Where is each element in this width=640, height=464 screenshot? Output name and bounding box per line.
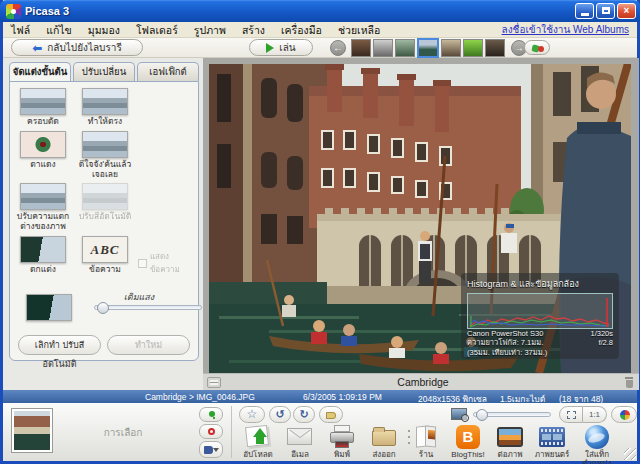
- text-button[interactable]: ABC ข้อความ: [74, 236, 136, 275]
- rotate-ccw-button[interactable]: ↺: [269, 406, 291, 423]
- clear-selection-button[interactable]: [199, 424, 223, 439]
- picasa-logo-icon: [6, 4, 21, 19]
- menu-file[interactable]: ไฟล์: [3, 22, 38, 38]
- play-button[interactable]: เล่น: [249, 39, 313, 56]
- tag-icon: [326, 412, 336, 419]
- close-button[interactable]: ×: [617, 3, 636, 19]
- resize-grip[interactable]: [624, 448, 636, 460]
- picasa-window: Picasa 3 × ไฟล์ แก้ไข มุมมอง โฟลเดอร์ รู…: [0, 0, 640, 464]
- email-button[interactable]: อีเมล: [279, 424, 321, 460]
- tab-effects[interactable]: เอฟเฟ็กต์: [137, 62, 199, 81]
- blogger-icon: B: [454, 424, 482, 450]
- selection-thumbnail[interactable]: [11, 408, 53, 453]
- print-icon: [328, 424, 356, 450]
- color-wheel-button[interactable]: [611, 406, 637, 423]
- zoom-preview-icon[interactable]: [451, 408, 467, 420]
- histogram-title: Histogram & และข้อมูลกล้อง: [467, 277, 613, 291]
- straighten-button[interactable]: ทำให้ตรง: [74, 88, 136, 127]
- filmstrip-thumbnail[interactable]: [441, 39, 461, 57]
- crop-button[interactable]: ครอบตัด: [12, 88, 74, 127]
- blogthis-button[interactable]: B BlogThis!: [447, 424, 489, 460]
- fit-icon: [567, 411, 576, 419]
- fit-to-screen-button[interactable]: [559, 406, 583, 423]
- menu-edit[interactable]: แก้ไข: [38, 22, 80, 38]
- window-title: Picasa 3: [25, 5, 573, 17]
- email-icon: [286, 424, 314, 450]
- histogram-chart: [467, 293, 613, 329]
- filmstrip-thumbnail[interactable]: [463, 39, 483, 57]
- photos-button[interactable]: [524, 40, 550, 55]
- web-albums-signin-link[interactable]: ลงชื่อเข้าใช้งาน Web Albums: [502, 22, 637, 37]
- caption-options-icon[interactable]: [207, 377, 221, 388]
- filmstrip-thumbnail[interactable]: [373, 39, 393, 57]
- tag-button[interactable]: [319, 406, 343, 423]
- text-icon: ABC: [82, 236, 128, 263]
- chevron-down-icon: [213, 448, 219, 452]
- filmstrip-thumbnail[interactable]: [351, 39, 371, 57]
- selection-label: การเลือก: [73, 425, 173, 440]
- action-buttons: อัปโหลด อีเมล พิมพ์ ส่งออก ร้าน B BlogTh…: [237, 424, 633, 464]
- back-to-library-button[interactable]: ⬅ กลับไปยังไลบรารี: [11, 39, 143, 56]
- fill-light-slider[interactable]: [94, 305, 202, 310]
- undo-button[interactable]: เลิกทำ ปรับสีอัตโนมัติ: [18, 335, 101, 355]
- menu-help[interactable]: ช่วยเหลือ: [330, 22, 388, 38]
- camera-model: Canon PowerShot S30: [467, 329, 543, 338]
- redeye-button[interactable]: ตาแดง: [12, 131, 74, 180]
- menu-create[interactable]: สร้าง: [234, 22, 273, 38]
- divider: [231, 406, 232, 458]
- basic-fixes-panel: ครอบตัด ทำให้ตรง ตาแดง ดีใจจัง'ค้นแล้วเจ…: [9, 81, 199, 361]
- retouch-button[interactable]: ตกแต่ง: [12, 236, 74, 275]
- tab-basic-fixes[interactable]: จัดแต่งขั้นต้น: [9, 62, 71, 82]
- fill-light-slider-thumb[interactable]: [97, 302, 109, 314]
- tab-tuning[interactable]: ปรับเปลี่ยนภาพ: [73, 62, 135, 81]
- photo-cambridge[interactable]: Histogram & และข้อมูลกล้อง Canon PowerSh…: [209, 64, 631, 373]
- filmstrip-prev-button[interactable]: ←: [330, 40, 346, 56]
- zoom-slider[interactable]: [473, 412, 551, 417]
- upload-button[interactable]: อัปโหลด: [237, 424, 279, 460]
- auto-color-icon: [82, 183, 128, 210]
- menu-view[interactable]: มุมมอง: [80, 22, 128, 38]
- im-feeling-lucky-button[interactable]: ดีใจจัง'ค้นแล้วเจอเลย: [74, 131, 136, 180]
- print-button[interactable]: พิมพ์: [321, 424, 363, 460]
- filmstrip-thumbnail-selected[interactable]: [417, 38, 439, 58]
- menu-folder[interactable]: โฟลเดอร์: [128, 22, 186, 38]
- auto-color-button: ปรับสีอัตโนมัติ: [74, 183, 136, 232]
- zoom-mode-buttons: 1:1: [559, 406, 607, 423]
- back-arrow-icon: ⬅: [32, 43, 42, 53]
- filmstrip-thumbnail[interactable]: [485, 39, 505, 57]
- photo-viewer: Histogram & และข้อมูลกล้อง Canon PowerSh…: [203, 58, 639, 390]
- straighten-icon: [82, 88, 128, 115]
- status-bar: Cambridge > IMG_0046.JPG 6/3/2005 1:09:1…: [3, 390, 637, 403]
- caption-bar: [203, 373, 639, 390]
- auto-contrast-button[interactable]: ปรับความแตกต่างของภาพ: [12, 183, 74, 232]
- status-path: Cambridge > IMG_0046.JPG: [145, 392, 255, 402]
- export-button[interactable]: ส่งออก: [363, 424, 405, 460]
- zoom-slider-thumb[interactable]: [476, 409, 488, 421]
- auto-contrast-icon: [20, 183, 66, 210]
- caption-input[interactable]: [363, 375, 483, 389]
- movie-button[interactable]: ภาพยนตร์: [531, 424, 573, 460]
- maximize-button[interactable]: [596, 3, 615, 19]
- star-button[interactable]: ☆: [239, 406, 265, 423]
- geotag-button[interactable]: ใส่แท็กตำแหน่ง: [573, 424, 621, 464]
- menu-tools[interactable]: เครื่องมือ: [273, 22, 330, 38]
- pin-icon: [209, 411, 215, 417]
- minimize-button[interactable]: [575, 3, 594, 19]
- menu-bar: ไฟล์ แก้ไข มุมมอง โฟลเดอร์ รูปภาพ สร้าง …: [3, 22, 637, 38]
- clear-icon: [208, 428, 215, 435]
- export-folder-icon: [370, 424, 398, 450]
- fill-light-icon: [26, 294, 72, 321]
- add-to-album-button[interactable]: [199, 441, 223, 458]
- shop-button[interactable]: ร้าน: [405, 424, 447, 460]
- trash-icon[interactable]: [624, 377, 634, 388]
- rotate-cw-button[interactable]: ↻: [293, 406, 315, 423]
- hold-selection-button[interactable]: [199, 407, 223, 422]
- filmstrip-thumbnail[interactable]: [395, 39, 415, 57]
- actual-size-button[interactable]: 1:1: [583, 406, 607, 423]
- title-bar[interactable]: Picasa 3 ×: [0, 0, 640, 22]
- crop-icon: [20, 88, 66, 115]
- collage-button[interactable]: ต่อภาพ: [489, 424, 531, 460]
- menu-picture[interactable]: รูปภาพ: [186, 22, 234, 38]
- collage-icon: [496, 424, 524, 450]
- focal-equivalent: (35มม. เทียบเท่า: 37มม.): [467, 348, 547, 357]
